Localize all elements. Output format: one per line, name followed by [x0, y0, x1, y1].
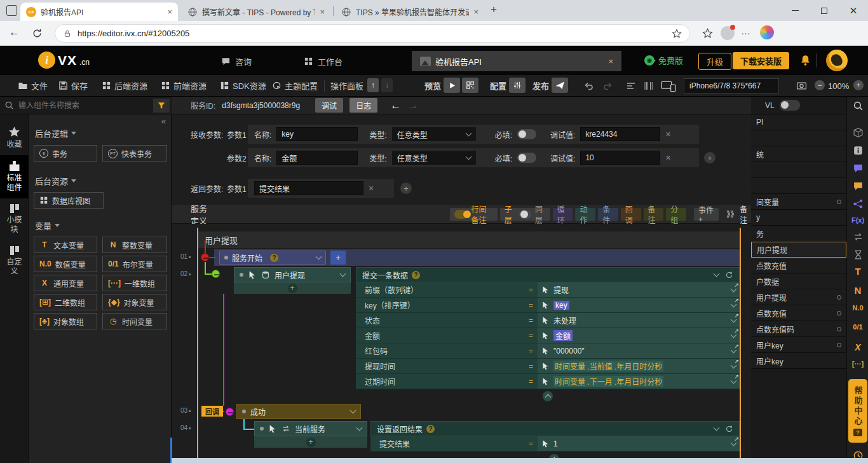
service-icon[interactable] — [853, 232, 864, 242]
section-backend-logic[interactable]: 后台逻辑 — [35, 127, 76, 139]
tab-favorites[interactable]: 收藏 — [0, 121, 29, 155]
tree-item-points-recharge[interactable]: 点数充值 — [751, 258, 846, 273]
add-param-button[interactable]: + — [704, 152, 715, 163]
columns-icon[interactable] — [644, 81, 654, 91]
expand-icon[interactable]: ↗ — [734, 328, 739, 334]
profile-avatar[interactable] — [721, 26, 735, 40]
tree-item-time-variable[interactable]: 间变量 — [751, 194, 846, 210]
zoom-out-icon[interactable]: − — [815, 80, 825, 90]
param-debug-input[interactable] — [580, 151, 660, 165]
section-backend-resources[interactable]: 后台资源 — [35, 175, 76, 187]
tree-item[interactable]: 统 — [751, 146, 846, 162]
tab-close-icon[interactable]: × — [320, 7, 325, 17]
nav-fwd-arrow[interactable]: → — [407, 99, 418, 112]
expand-icon[interactable]: ↗ — [734, 297, 739, 303]
preview-qr-button[interactable] — [462, 78, 478, 93]
param-remove-icon[interactable]: × — [665, 153, 670, 163]
var-array1d[interactable]: [···]一维数组 — [102, 275, 167, 291]
chip-condition[interactable]: 条件 — [598, 208, 618, 221]
var-general[interactable]: X通用变量 — [34, 275, 97, 291]
variable-chip[interactable]: 金额 — [553, 330, 573, 341]
app-logo[interactable]: i VX .cn — [38, 52, 90, 69]
nav-tab-consult[interactable]: 咨询 — [213, 51, 260, 71]
info-icon[interactable] — [853, 145, 864, 156]
add-return-param-button[interactable]: + — [400, 183, 412, 194]
favorites-icon[interactable] — [702, 28, 713, 39]
bell-icon[interactable] — [799, 54, 811, 66]
filter-button[interactable] — [153, 99, 170, 113]
var-array2d[interactable]: [⊞]二维数组 — [34, 294, 97, 310]
hourglass-icon[interactable] — [853, 249, 864, 260]
field-value[interactable]: 未处理 ↗ — [538, 313, 740, 328]
log-button[interactable]: 日志 — [349, 98, 377, 113]
field-value[interactable]: 提现 ↗ — [538, 282, 740, 297]
chip-loop[interactable]: 循环 — [553, 208, 573, 221]
field-value[interactable]: "000000" ↗ — [538, 343, 740, 358]
browser-tab-2[interactable]: 撰写新文章 - TIPS - Powered by T × — [182, 3, 330, 21]
nav-back-arrow[interactable]: ← — [390, 99, 401, 112]
project-close-icon[interactable]: × — [608, 57, 613, 66]
url-bar[interactable]: https://editor.ivx.cn/#12005205 — [55, 24, 690, 43]
sdk-resources-button[interactable]: SDK资源 — [220, 79, 266, 92]
tree-item[interactable] — [751, 162, 846, 178]
tab-standard-components[interactable]: 标准组件 — [0, 155, 29, 198]
chat-yellow-icon[interactable] — [853, 181, 864, 191]
text-var-icon[interactable]: T — [847, 266, 868, 277]
copilot-icon[interactable] — [760, 25, 774, 39]
tree-item-user-key-table[interactable]: 用户key — [751, 337, 846, 353]
collapse-panel-icon[interactable]: « — [161, 116, 166, 126]
dbview-button[interactable]: 数据库视图 — [34, 192, 104, 209]
expand-icon[interactable]: ↗ — [734, 343, 739, 349]
user-avatar[interactable] — [826, 50, 848, 71]
param-remove-icon[interactable]: × — [665, 129, 670, 139]
config-button[interactable] — [509, 78, 526, 93]
bool-var-icon[interactable]: 0/1 — [847, 323, 868, 331]
tree-item-user-withdraw-table[interactable]: 用户提现 — [751, 289, 846, 305]
chip-note[interactable]: 备注 — [644, 208, 664, 221]
note-arrows-icon[interactable]: 》》 — [726, 209, 738, 219]
package-icon[interactable] — [853, 127, 864, 138]
int-var-icon[interactable]: N — [847, 285, 868, 296]
node-add-bar[interactable]: + — [254, 436, 367, 448]
param-debug-input[interactable] — [580, 127, 660, 141]
var-object[interactable]: {◆}对象变量 — [102, 294, 167, 310]
tab-close-icon[interactable]: × — [473, 7, 478, 17]
plan-badge[interactable]: ◉ 免费版 — [644, 54, 683, 66]
tree-item-user-withdraw-selected[interactable]: 用户提现 — [751, 242, 846, 258]
tree-item[interactable]: 务 — [751, 226, 846, 242]
debug-button[interactable]: 调试 — [315, 98, 343, 113]
chip-callback[interactable]: 回调 — [621, 208, 641, 221]
node-add-bar[interactable]: + — [234, 282, 351, 294]
window-minimize-button[interactable] — [780, 0, 810, 21]
expand-icon[interactable]: ↗ — [734, 282, 739, 288]
download-button[interactable]: 下载安装版 — [733, 52, 789, 69]
browser-menu-icon[interactable]: … — [741, 25, 751, 36]
action-set-result-header[interactable]: 设置返回结果 ? — [370, 421, 740, 436]
field-value[interactable]: 金额 ↗ — [538, 328, 740, 343]
param-type-select[interactable]: 任意类型 — [392, 127, 476, 141]
bookmark-star-icon[interactable] — [672, 29, 682, 39]
undo-icon[interactable] — [583, 81, 594, 92]
panel-down-button[interactable]: ↓ — [381, 78, 393, 92]
tree-item[interactable] — [751, 130, 846, 146]
backend-resources-button[interactable]: 后端资源 — [102, 79, 147, 92]
tree-item-user-data[interactable]: 户数据 — [751, 273, 846, 289]
vl-toggle[interactable] — [780, 100, 800, 111]
callback-success-dropdown[interactable]: 成功 — [236, 404, 361, 419]
field-value[interactable]: 时间变量 .下一月 .年月日时分秒 ↗ — [538, 374, 740, 389]
start-node-dropdown[interactable]: 服务开始 ? — [219, 251, 326, 265]
expand-icon[interactable]: ↗ — [734, 373, 739, 380]
required-toggle[interactable] — [517, 129, 536, 139]
device-selector[interactable]: iPhone6/7/8 375*667 — [684, 78, 779, 93]
devices-icon[interactable] — [661, 80, 676, 92]
refresh-icon[interactable] — [725, 425, 733, 433]
var-time[interactable]: ◷时间变量 — [102, 313, 167, 329]
section-variables[interactable]: 变量 — [35, 219, 60, 232]
window-maximize-button[interactable] — [810, 0, 839, 21]
preview-run-button[interactable] — [444, 78, 460, 93]
var-object-array[interactable]: [♣]对象数组 — [34, 313, 97, 329]
publish-button[interactable] — [552, 78, 568, 93]
param-name-input[interactable] — [276, 127, 358, 141]
theme-config-button[interactable]: 主题配置 — [272, 79, 318, 92]
field-value[interactable]: 时间变量 .当前值 .年月日时分秒 ↗ — [538, 359, 740, 373]
